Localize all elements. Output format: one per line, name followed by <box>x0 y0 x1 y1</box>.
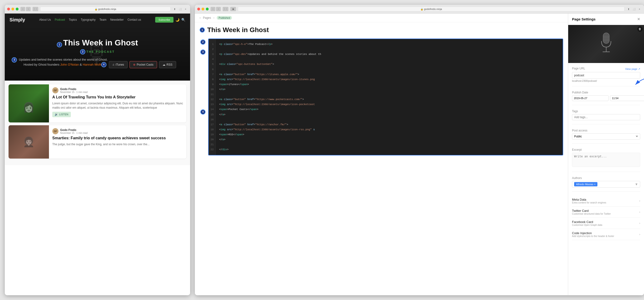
code-badge-3: 3 <box>200 50 206 55</box>
tab-icon-right[interactable]: ⬜ <box>632 7 636 11</box>
page-url-section: Page URL View page ↗ <box>572 67 640 86</box>
close-button-right[interactable] <box>197 8 200 10</box>
nav-topics[interactable]: Topics <box>69 18 77 22</box>
svg-rect-0 <box>603 33 609 44</box>
post-access-select[interactable]: Public Members only Paid members only <box>572 133 640 140</box>
post-access-label: Post access <box>572 129 588 132</box>
left-browser-window: ‹ › ⋮⋮ 🔒 godofredo.ninja ⬆ ⬜ + Simply Ab… <box>5 5 190 295</box>
hero-badge-4: 4 <box>101 62 106 67</box>
view-page-link[interactable]: View page ↗ <box>625 68 640 70</box>
plus-icon-right[interactable]: + <box>637 7 642 11</box>
address-bar-right[interactable]: 🔒 godofredo.ninja <box>238 7 624 12</box>
settings-hero-image: 🗑 <box>568 25 644 63</box>
upload-icon[interactable]: ⬆ <box>172 7 177 11</box>
hero-title: This Week in Ghost <box>63 38 138 47</box>
author2-link[interactable]: Hannah Wolfe. <box>83 63 103 66</box>
dark-mode-icon[interactable]: 🌙 <box>176 18 180 22</box>
tab-switcher-right[interactable]: ▣ <box>230 7 236 11</box>
traffic-lights-right <box>197 8 209 10</box>
author-meta-1: November 15 · 1 min read <box>60 91 88 94</box>
authors-dropdown-button[interactable]: ▼ <box>635 182 638 186</box>
editor-body[interactable]: 1 This Week in Ghost 2 <box>195 22 568 295</box>
speaker-icon: 🔊 <box>55 113 58 116</box>
subscribe-button[interactable]: Subscribe <box>155 17 174 22</box>
page-url-input[interactable] <box>572 72 640 79</box>
code-line-6 <box>219 67 560 72</box>
nav-typography[interactable]: Typography <box>81 18 96 22</box>
address-bar-left[interactable]: 🔒 godofredo.ninja <box>40 7 170 12</box>
meta-data-row[interactable]: Meta Data Extra content for search engin… <box>572 196 640 206</box>
browser-nav-buttons: ‹ › <box>20 7 31 11</box>
nav-contact[interactable]: Contact us <box>127 18 141 22</box>
post-title-2[interactable]: Smarties: Family trio of candy queens ac… <box>52 136 184 141</box>
post-excerpt-2: The judge, but the sugar gave the King, … <box>52 142 184 146</box>
nav-podcast[interactable]: Podcast <box>55 18 65 22</box>
breadcrumb-separator: › <box>214 16 214 20</box>
browser-chrome-left: ‹ › ⋮⋮ 🔒 godofredo.ninja ⬆ ⬜ + <box>5 5 190 14</box>
author1-link[interactable]: John O'Nolan <box>60 63 79 66</box>
pocket-casts-button[interactable]: ⊕ Pocket Casts <box>130 61 157 68</box>
code-line-21 <box>219 142 560 147</box>
code-injection-row[interactable]: Code Injection Add styles/scripts to the… <box>572 229 640 240</box>
forward-button[interactable]: › <box>26 7 31 11</box>
line-numbers: 12345678910111213141516171819202122 <box>209 39 216 155</box>
code-block[interactable]: 12345678910111213141516171819202122 <p c… <box>208 38 563 156</box>
facebook-card-row[interactable]: Facebook Card Customise Open Graph data … <box>572 218 640 229</box>
editor-main: 1 This Week in Ghost 2 <box>195 22 568 295</box>
publish-date-input[interactable] <box>572 95 608 101</box>
code-line-1: <p class="spc-h-e">The Podcast</p> <box>219 42 560 47</box>
upload-icon-right[interactable]: ⬆ <box>626 7 631 11</box>
pages-breadcrumb[interactable]: Pages <box>203 16 211 20</box>
code-text-area: <p class="spc-h-e">The Podcast</p> <p cl… <box>216 39 563 155</box>
code-line-11 <box>219 92 560 97</box>
post-title-1[interactable]: A Lot Of Traveling Turns You Into A Stor… <box>52 95 184 100</box>
minimize-button-right[interactable] <box>202 8 204 10</box>
plus-icon[interactable]: + <box>184 7 188 11</box>
nav-about[interactable]: About Us <box>39 18 51 22</box>
forward-button-right[interactable]: › <box>216 7 221 11</box>
editor-page-title[interactable]: This Week in Ghost <box>207 26 269 34</box>
reorder-button-right[interactable]: ⋮⋮ <box>223 7 228 11</box>
tags-input[interactable] <box>572 114 640 120</box>
author-meta-2: November 15 · 1 min read <box>60 132 88 134</box>
nav-newsletter[interactable]: Newsletter <box>110 18 124 22</box>
code-line-14: <span>Pocket Casts</span> <box>219 107 560 112</box>
tags-section: Tags <box>572 109 640 124</box>
hero-badge-3: 3 <box>12 57 17 62</box>
url-input-wrapper <box>572 72 640 79</box>
minimize-button[interactable] <box>12 8 14 10</box>
back-button[interactable]: ‹ <box>20 7 25 11</box>
itunes-button[interactable]: ♫ iTunes <box>109 61 128 68</box>
delete-image-button[interactable]: 🗑 <box>637 26 642 32</box>
code-line-9: <span>iTunes</span> <box>219 82 560 87</box>
back-button-right[interactable]: ‹ <box>210 7 215 11</box>
maximize-button-right[interactable] <box>206 8 209 10</box>
code-line-16 <box>219 117 560 122</box>
site-logo: Simply <box>10 17 25 22</box>
listen-button-1[interactable]: 🔊 LISTEN <box>52 112 71 117</box>
close-button[interactable] <box>7 8 10 10</box>
posts-section: 👩 GF Godo Fredo November 15 · 1 min read… <box>5 80 190 165</box>
code-content: 12345678910111213141516171819202122 <p c… <box>209 39 563 155</box>
post-card-2: 👩‍🦱 GF Godo Fredo November 15 · 1 min re… <box>8 125 186 158</box>
search-icon[interactable]: 🔍 <box>181 18 185 22</box>
post-body-1: GF Godo Fredo November 15 · 1 min read A… <box>52 84 186 122</box>
rss-button[interactable]: ☁ RSS <box>159 61 176 68</box>
twitter-card-row[interactable]: Twitter Card Customise structured data f… <box>572 206 640 218</box>
excerpt-input[interactable] <box>572 152 640 167</box>
authors-section: Authors Alfredo Masias × ▼ <box>572 176 640 192</box>
browser-chrome-right: ‹ › ⋮⋮ ▣ 🔒 godofredo.ninja ⬆ ⬜ + <box>195 5 644 14</box>
right-content-area: ‹ Pages › Published 1 This Week in Ghost <box>195 14 644 295</box>
expandable-sections: Meta Data Extra content for search engin… <box>572 196 640 240</box>
authors-label: Authors <box>572 176 582 180</box>
nav-team[interactable]: Team <box>99 18 106 22</box>
reorder-button[interactable]: ⋮⋮ <box>32 7 38 11</box>
maximize-button[interactable] <box>16 8 18 10</box>
settings-close-button[interactable]: ✕ <box>637 17 640 22</box>
publish-time-input[interactable] <box>610 95 644 101</box>
published-badge: Published <box>217 16 232 20</box>
tab-icon[interactable]: ⬜ <box>178 7 182 11</box>
code-line-22: </div> <box>219 147 560 152</box>
browser-nav-buttons-right: ‹ › <box>210 7 221 11</box>
authors-row: Alfredo Masias × ▼ <box>572 181 640 188</box>
